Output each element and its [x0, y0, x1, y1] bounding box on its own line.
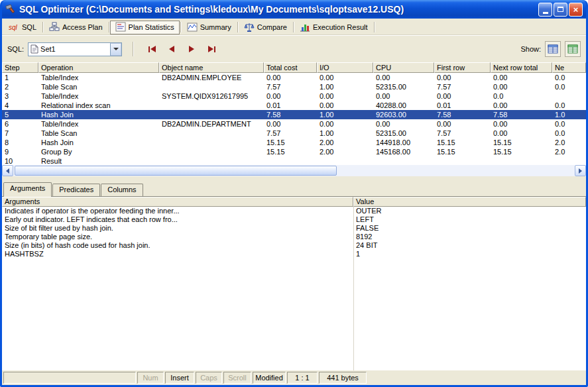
column-header-value[interactable]: Value [353, 197, 586, 207]
horizontal-scrollbar[interactable] [2, 165, 586, 176]
toolbar-separator [133, 42, 133, 56]
plan-row[interactable]: 8 Hash Join 15.15 2.00 144918.00 15.15 1… [2, 138, 586, 147]
cell-operation: Table/Index [38, 73, 159, 82]
column-header-io[interactable]: I/O [317, 62, 373, 73]
first-record-button[interactable] [144, 42, 160, 56]
cell-value: 1 [353, 250, 586, 258]
cell-ne: 2.0 [552, 147, 586, 156]
tab-arguments[interactable]: Arguments [3, 182, 52, 197]
cell-io: 0.00 [317, 73, 373, 82]
plan-row[interactable]: 3 Table/Index SYSTEM.QIDX912617995 0.00 … [2, 91, 586, 101]
combobox-dropdown-button[interactable] [110, 43, 121, 56]
maximize-button[interactable] [554, 3, 567, 17]
previous-record-button[interactable] [164, 42, 180, 56]
cell-next-row-total: 0.0 [491, 91, 552, 101]
plan-grid-header: Step Operation Object name Total cost I/… [2, 62, 586, 73]
chevron-down-icon [113, 48, 119, 50]
cell-cpu: 40288.00 [373, 101, 434, 110]
tab-access-plan[interactable]: Access Plan [44, 21, 108, 34]
cell-first-row: 7.58 [434, 110, 491, 119]
scroll-right-button[interactable] [575, 165, 586, 176]
plan-row[interactable]: 7 Table Scan 7.57 1.00 52315.00 7.57 0.0… [2, 129, 586, 138]
tab-compare[interactable]: Compare [239, 21, 292, 34]
plan-row[interactable]: 2 Table Scan 7.57 1.00 52315.00 7.57 0.0… [2, 82, 586, 91]
close-button[interactable]: × [569, 3, 583, 17]
tab-summary[interactable]: Summary [182, 21, 237, 34]
column-header-first-row[interactable]: First row [434, 62, 491, 73]
cell-cpu: 144918.00 [373, 138, 434, 147]
cell-next-row-total: 0.00 [491, 119, 552, 129]
tab-label: SQL [22, 23, 36, 31]
plan-row[interactable]: 9 Group By 15.15 2.00 145168.00 15.15 15… [2, 147, 586, 156]
cell-total-cost: 7.58 [264, 110, 317, 119]
tab-separator [237, 22, 238, 32]
cell-ne: 0.0 [552, 82, 586, 91]
tab-sql[interactable]: sql SQL [3, 21, 42, 34]
show-chart-button[interactable] [565, 41, 581, 57]
detail-row[interactable]: Indicates if operator is the operator fe… [2, 207, 586, 215]
column-header-next-row-total[interactable]: Next row total [491, 62, 552, 73]
cell-step: 3 [2, 91, 38, 101]
show-label: Show: [520, 45, 541, 53]
arrow-right-icon [579, 168, 582, 174]
table-grid-green-icon [567, 44, 578, 54]
tab-execution-result[interactable]: Execution Result [294, 21, 373, 34]
cell-operation: Table Scan [38, 82, 159, 91]
plan-row[interactable]: 1 Table/Index DB2ADMIN.EMPLOYEE 0.00 0.0… [2, 73, 586, 82]
cell-first-row: 15.15 [434, 147, 491, 156]
cell-total-cost: 0.00 [264, 73, 317, 82]
last-record-button[interactable] [204, 42, 219, 56]
tab-plan-statistics[interactable]: Plan Statistics [110, 21, 180, 34]
detail-row[interactable]: Size (in bits) of hash code used for has… [2, 241, 586, 250]
column-header-operation[interactable]: Operation [38, 62, 159, 73]
plan-row[interactable]: 4 Relational index scan 0.01 0.00 40288.… [2, 101, 586, 110]
detail-row[interactable]: HASHTBSZ 1 [2, 250, 586, 258]
cell-next-row-total: 0.00 [491, 129, 552, 138]
sql-set-combobox[interactable]: Set1 [28, 42, 122, 56]
scrollbar-thumb[interactable] [15, 166, 337, 176]
plan-row[interactable]: 5 Hash Join 7.58 1.00 92603.00 7.58 7.58… [2, 110, 586, 119]
column-header-object-name[interactable]: Object name [159, 62, 264, 73]
detail-row[interactable]: Size of bit filter used by hash join. FA… [2, 224, 586, 233]
compare-icon [244, 22, 255, 32]
status-cursor-position: 1 : 1 [287, 372, 318, 384]
cell-first-row: 0.00 [434, 73, 491, 82]
column-header-step[interactable]: Step [2, 62, 38, 73]
scrollbar-track[interactable] [13, 165, 575, 176]
column-header-arguments[interactable]: Arguments [2, 197, 353, 207]
cell-ne [552, 91, 586, 101]
cell-operation: Table/Index [38, 91, 159, 101]
svg-text:sql: sql [9, 24, 18, 31]
cell-value: 8192 [353, 233, 586, 241]
cell-cpu: 0.00 [373, 119, 434, 129]
detail-row[interactable]: Early out indicator. LEFT indicates that… [2, 215, 586, 224]
status-bar: Num Insert Caps Scroll Modified 1 : 1 44… [2, 370, 586, 385]
column-header-total-cost[interactable]: Total cost [264, 62, 317, 73]
plan-row[interactable]: 10 Result [2, 156, 586, 165]
cell-operation: Result [38, 156, 159, 165]
scroll-left-button[interactable] [2, 165, 13, 176]
cell-object-name: DB2ADMIN.DEPARTMENT [159, 119, 264, 129]
cell-argument: HASHTBSZ [2, 250, 353, 258]
title-bar[interactable]: SQL Optimizer (C:\Documents and Settings… [2, 0, 586, 19]
plan-row[interactable]: 6 Table/Index DB2ADMIN.DEPARTMENT 0.00 0… [2, 119, 586, 129]
cell-step: 1 [2, 73, 38, 82]
cell-object-name [159, 156, 264, 165]
column-header-ne[interactable]: Ne [552, 62, 586, 73]
cell-total-cost: 0.01 [264, 101, 317, 110]
detail-row[interactable]: Temporary table page size. 8192 [2, 233, 586, 241]
next-record-button[interactable] [184, 42, 200, 56]
cell-operation: Relational index scan [38, 101, 159, 110]
cell-argument: Early out indicator. LEFT indicates that… [2, 215, 353, 224]
minimize-button[interactable] [538, 3, 552, 17]
cell-ne: 0.0 [552, 73, 586, 82]
cell-next-row-total: 15.15 [491, 138, 552, 147]
execution-result-icon [300, 22, 310, 32]
cell-operation: Table/Index [38, 119, 159, 129]
tab-predicates[interactable]: Predicates [52, 184, 100, 196]
window-controls: × [538, 3, 583, 17]
tab-columns[interactable]: Columns [101, 184, 143, 196]
detail-tab-bar: Arguments Predicates Columns [2, 182, 586, 196]
show-table-button[interactable] [545, 41, 561, 57]
column-header-cpu[interactable]: CPU [373, 62, 434, 73]
